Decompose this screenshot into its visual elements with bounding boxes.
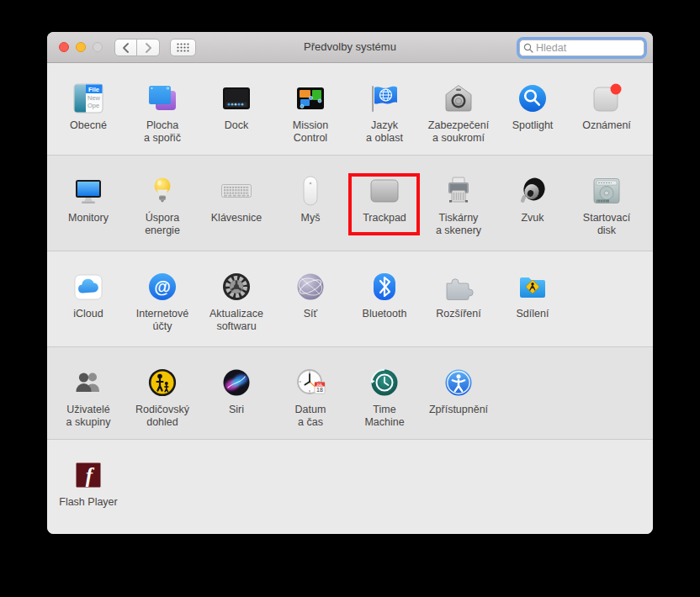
icloud-icon [72,268,105,305]
pref-users-groups[interactable]: Uživatelé a skupiny [51,347,125,439]
search-icon [523,43,533,53]
pref-extensions[interactable]: Rozšíření [422,251,496,346]
pref-label: Tiskárny a skenery [436,212,481,237]
displays-icon [72,172,105,209]
pref-label: Mission Control [293,119,328,145]
pref-row-1: File New Ope Obecné [47,63,653,155]
mission-control-icon [294,80,327,117]
pref-label: Uživatelé a skupiny [66,404,111,429]
pref-label: Zvuk [521,212,544,225]
notifications-icon [590,80,623,117]
extensions-icon [442,268,475,305]
accessibility-icon [442,364,475,401]
pref-label: Zabezpečení a soukromí [428,119,489,145]
siri-icon [220,364,253,401]
pref-label: Internetové účty [136,308,189,333]
date-time-icon: JUL 18 [294,364,327,401]
sound-icon [516,172,549,209]
pref-label: Sdílení [517,308,549,320]
svg-text:New: New [88,94,101,102]
pref-desktop-screensaver[interactable]: Plocha a spořič [125,63,199,155]
pref-bluetooth[interactable]: Bluetooth [347,251,422,346]
dock-icon [220,80,253,117]
pref-label: Datum a čas [295,404,326,429]
pref-language-region[interactable]: Jazyk a oblast [347,63,422,155]
system-preferences-window: Předvolby systému Hledat File New Ope [47,32,653,534]
pref-general[interactable]: File New Ope Obecné [51,63,125,155]
pref-mission-control[interactable]: Mission Control [273,63,347,155]
security-privacy-icon [442,80,475,117]
parental-controls-icon [146,364,179,401]
pref-mouse[interactable]: Myš [273,156,347,251]
time-machine-icon [368,364,401,401]
pref-label: Spotlight [512,119,554,132]
pref-network[interactable]: Síť [273,251,347,346]
startup-disk-icon [590,172,623,209]
pref-row-5: f Flash Player [47,439,653,534]
pref-label: Klávesnice [211,212,262,225]
software-update-icon [220,268,253,305]
svg-text:JUL: JUL [316,383,323,387]
pref-software-update[interactable]: Aktualizace softwaru [199,251,273,346]
pref-label: Startovací disk [583,212,630,237]
pref-label: Rozšíření [436,308,481,320]
pref-label: Obecné [70,119,107,132]
pref-label: Aktualizace softwaru [209,308,263,333]
keyboard-icon [220,172,253,209]
pref-startup-disk[interactable]: Startovací disk [570,156,644,251]
pref-keyboard[interactable]: Klávesnice [199,156,273,251]
pref-label: Dock [225,119,248,132]
flash-player-icon: f [72,457,105,494]
pref-label: Oznámení [582,119,631,132]
pref-internet-accounts[interactable]: @ Internetové účty [125,251,199,346]
mouse-icon [294,172,327,209]
search-input[interactable]: Hledat [519,40,644,56]
pref-security-privacy[interactable]: Zabezpečení a soukromí [422,63,496,155]
printers-scanners-icon [442,172,475,209]
pref-icloud[interactable]: iCloud [51,251,125,346]
pref-sharing[interactable]: Sdílení [496,251,570,346]
pref-energy-saver[interactable]: Úspora energie [125,156,199,251]
trackpad-highlight-box [348,173,420,235]
pref-row-2: Monitory Úspora energie [47,155,653,251]
pref-printers-scanners[interactable]: Tiskárny a skenery [422,156,496,251]
internet-accounts-icon: @ [146,268,179,305]
svg-text:Ope: Ope [88,102,99,109]
pref-notifications[interactable]: Oznámení [570,63,644,155]
pref-label: Úspora energie [145,212,180,237]
pref-siri[interactable]: Siri [199,347,273,439]
pref-label: Flash Player [59,496,117,509]
svg-text:File: File [88,86,99,93]
pref-label: Monitory [68,212,109,225]
pref-time-machine[interactable]: Time Machine [347,347,422,439]
pref-label: Jazyk a oblast [366,119,403,145]
pref-displays[interactable]: Monitory [51,156,125,251]
pref-accessibility[interactable]: Zpřístupnění [422,347,496,439]
spotlight-icon [516,80,549,117]
language-region-icon [368,80,401,117]
pref-flash-player[interactable]: f Flash Player [51,440,125,534]
pref-label: Siri [229,404,244,416]
pref-spotlight[interactable]: Spotlight [496,63,570,155]
pref-label: Síť [304,308,318,320]
network-icon [294,268,327,305]
pref-label: Bluetooth [363,308,407,320]
pref-label: Zpřístupnění [429,404,488,416]
pref-sound[interactable]: Zvuk [496,156,570,251]
pref-label: iCloud [73,308,103,320]
pref-label: Rodičovský dohled [135,404,189,429]
bluetooth-icon [368,268,401,305]
pref-row-4: Uživatelé a skupiny Rodičovský dohled [47,346,653,439]
general-icon: File New Ope [72,80,105,117]
energy-saver-icon [146,172,179,209]
sharing-icon [516,268,549,305]
pref-row-3: iCloud @ Internetové účty [47,251,653,346]
pref-trackpad[interactable]: Trackpad [347,156,422,251]
pref-parental-controls[interactable]: Rodičovský dohled [125,347,199,439]
titlebar: Předvolby systému Hledat [47,32,653,63]
pref-date-time[interactable]: JUL 18 Datum a čas [273,347,347,439]
search-placeholder: Hledat [536,42,566,54]
pref-dock[interactable]: Dock [199,63,273,155]
desktop-screensaver-icon [146,80,179,117]
pref-label: Time Machine [364,404,404,429]
